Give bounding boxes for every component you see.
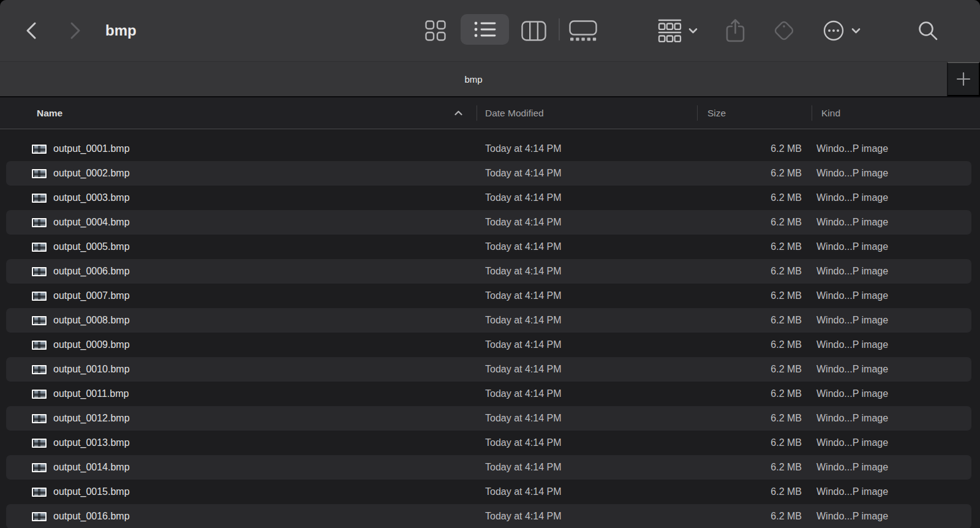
tag-icon — [772, 18, 796, 43]
file-name: output_0002.bmp — [53, 168, 130, 179]
file-name: output_0015.bmp — [53, 486, 130, 497]
file-date-modified: Today at 4:14 PM — [477, 437, 697, 448]
file-date-modified: Today at 4:14 PM — [477, 511, 697, 522]
bmp-thumbnail-icon — [32, 145, 47, 154]
gallery-view-icon — [569, 20, 597, 41]
file-kind: Windo...P image — [812, 168, 980, 179]
file-row[interactable]: output_0016.bmpToday at 4:14 PM6.2 MBWin… — [0, 504, 980, 528]
file-row[interactable]: output_0006.bmpToday at 4:14 PM6.2 MBWin… — [0, 259, 980, 284]
file-row[interactable]: output_0012.bmpToday at 4:14 PM6.2 MBWin… — [0, 406, 980, 431]
new-tab-button[interactable] — [947, 62, 980, 96]
file-name-cell: output_0006.bmp — [0, 266, 477, 277]
file-size: 6.2 MB — [697, 315, 812, 326]
file-row[interactable]: output_0003.bmpToday at 4:14 PM6.2 MBWin… — [0, 186, 980, 210]
file-row[interactable]: output_0008.bmpToday at 4:14 PM6.2 MBWin… — [0, 308, 980, 333]
file-date-modified: Today at 4:14 PM — [477, 462, 697, 473]
tab-bmp[interactable]: bmp — [0, 62, 947, 96]
file-name: output_0008.bmp — [53, 315, 130, 326]
file-size: 6.2 MB — [697, 217, 812, 228]
group-by-button[interactable] — [652, 16, 703, 45]
bmp-thumbnail-icon — [32, 439, 47, 448]
list-view-button[interactable] — [461, 14, 509, 45]
chevron-down-icon — [688, 26, 698, 35]
bmp-thumbnail-icon — [32, 414, 47, 423]
file-row[interactable]: output_0011.bmpToday at 4:14 PM6.2 MBWin… — [0, 382, 980, 406]
file-row[interactable]: output_0015.bmpToday at 4:14 PM6.2 MBWin… — [0, 480, 980, 504]
chevron-down-icon — [851, 26, 861, 35]
file-kind: Windo...P image — [812, 364, 980, 375]
finder-window: bmp — [0, 0, 980, 528]
file-kind: Windo...P image — [812, 290, 980, 301]
column-header-date-modified[interactable]: Date Modified — [477, 97, 697, 129]
file-list: output_0001.bmpToday at 4:14 PM6.2 MBWin… — [0, 129, 980, 528]
file-kind: Windo...P image — [812, 241, 980, 252]
file-size: 6.2 MB — [697, 290, 812, 301]
back-button[interactable] — [18, 16, 45, 45]
file-kind: Windo...P image — [812, 486, 980, 497]
file-row[interactable]: output_0004.bmpToday at 4:14 PM6.2 MBWin… — [0, 210, 980, 235]
file-date-modified: Today at 4:14 PM — [477, 339, 697, 350]
sort-ascending-icon — [453, 109, 464, 117]
file-size: 6.2 MB — [697, 168, 812, 179]
file-row[interactable]: output_0001.bmpToday at 4:14 PM6.2 MBWin… — [0, 137, 980, 161]
more-options-button[interactable] — [818, 16, 865, 45]
file-date-modified: Today at 4:14 PM — [477, 241, 697, 252]
column-header-size[interactable]: Size — [697, 97, 812, 129]
file-name-cell: output_0009.bmp — [0, 339, 477, 350]
file-kind: Windo...P image — [812, 437, 980, 448]
bmp-thumbnail-icon — [32, 267, 47, 276]
file-name-cell: output_0001.bmp — [0, 143, 477, 154]
file-size: 6.2 MB — [697, 241, 812, 252]
file-row[interactable]: output_0002.bmpToday at 4:14 PM6.2 MBWin… — [0, 161, 980, 186]
file-date-modified: Today at 4:14 PM — [477, 266, 697, 277]
file-kind: Windo...P image — [812, 511, 980, 522]
icon-view-button[interactable] — [421, 16, 450, 45]
forward-button[interactable] — [61, 16, 88, 45]
file-kind: Windo...P image — [812, 388, 980, 399]
file-name: output_0006.bmp — [53, 266, 130, 277]
file-row[interactable]: output_0005.bmpToday at 4:14 PM6.2 MBWin… — [0, 235, 980, 259]
file-name: output_0004.bmp — [53, 217, 130, 228]
file-row[interactable]: output_0009.bmpToday at 4:14 PM6.2 MBWin… — [0, 333, 980, 357]
file-name: output_0007.bmp — [53, 290, 130, 301]
file-size: 6.2 MB — [697, 388, 812, 399]
file-kind: Windo...P image — [812, 143, 980, 154]
file-size: 6.2 MB — [697, 143, 812, 154]
bmp-thumbnail-icon — [32, 365, 47, 374]
column-header-name[interactable]: Name — [0, 97, 477, 129]
bmp-thumbnail-icon — [32, 218, 47, 227]
file-date-modified: Today at 4:14 PM — [477, 143, 697, 154]
file-date-modified: Today at 4:14 PM — [477, 486, 697, 497]
bmp-thumbnail-icon — [32, 390, 47, 399]
file-kind: Windo...P image — [812, 266, 980, 277]
file-name-cell: output_0016.bmp — [0, 511, 477, 522]
file-name: output_0003.bmp — [53, 192, 130, 203]
share-button[interactable] — [722, 16, 748, 45]
file-date-modified: Today at 4:14 PM — [477, 290, 697, 301]
file-kind: Windo...P image — [812, 217, 980, 228]
file-date-modified: Today at 4:14 PM — [477, 364, 697, 375]
toolbar-divider — [559, 18, 560, 40]
file-date-modified: Today at 4:14 PM — [477, 388, 697, 399]
tag-button[interactable] — [771, 16, 797, 45]
ellipsis-circle-icon — [822, 19, 845, 42]
search-button[interactable] — [914, 16, 942, 45]
file-row[interactable]: output_0014.bmpToday at 4:14 PM6.2 MBWin… — [0, 455, 980, 480]
file-kind: Windo...P image — [812, 192, 980, 203]
file-row[interactable]: output_0010.bmpToday at 4:14 PM6.2 MBWin… — [0, 357, 980, 382]
bmp-thumbnail-icon — [32, 316, 47, 325]
file-row[interactable]: output_0007.bmpToday at 4:14 PM6.2 MBWin… — [0, 284, 980, 308]
file-name-cell: output_0004.bmp — [0, 217, 477, 228]
gallery-view-button[interactable] — [567, 16, 600, 45]
bmp-thumbnail-icon — [32, 463, 47, 472]
file-row[interactable]: output_0013.bmpToday at 4:14 PM6.2 MBWin… — [0, 431, 980, 455]
file-name-cell: output_0008.bmp — [0, 315, 477, 326]
column-view-button[interactable] — [519, 16, 548, 45]
file-name-cell: output_0012.bmp — [0, 413, 477, 424]
chevron-left-icon — [23, 18, 41, 43]
file-date-modified: Today at 4:14 PM — [477, 315, 697, 326]
bmp-thumbnail-icon — [32, 488, 47, 497]
file-name: output_0012.bmp — [53, 413, 130, 424]
column-header-kind[interactable]: Kind — [812, 97, 980, 129]
file-name: output_0010.bmp — [53, 364, 130, 375]
